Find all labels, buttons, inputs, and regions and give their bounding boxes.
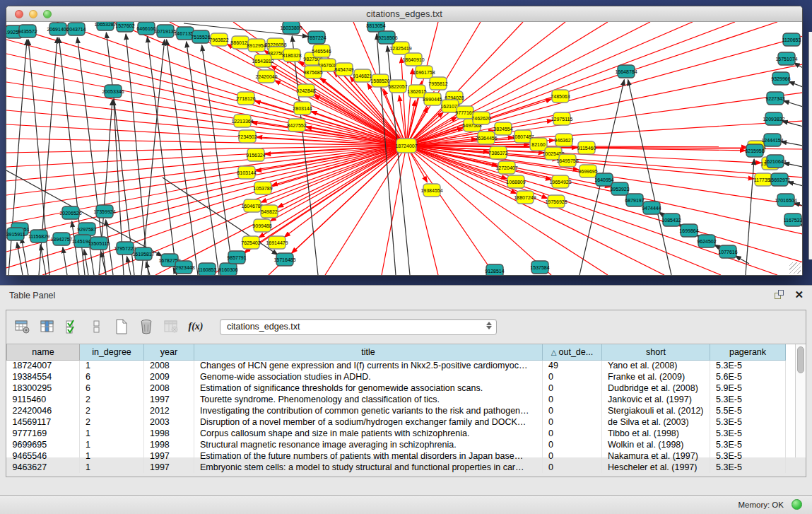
resize-grip-icon[interactable]	[789, 262, 801, 274]
graph-node[interactable]: 17016504	[775, 194, 796, 206]
select-columns-button[interactable]	[38, 317, 57, 336]
graph-node[interactable]: 16961758	[413, 66, 435, 78]
delete-table-button[interactable]	[137, 317, 155, 336]
graph-node[interactable]: 9146821	[353, 69, 372, 82]
graph-node[interactable]: 1077616	[718, 245, 737, 258]
graph-node[interactable]: 20053346	[102, 85, 124, 98]
graph-node[interactable]: 16495758	[556, 154, 578, 167]
graph-node[interactable]: 16210643	[764, 155, 786, 168]
graph-node[interactable]: 8427552	[287, 119, 306, 132]
graph-node[interactable]: 20691406	[47, 23, 69, 35]
graph-node[interactable]: 16046786	[241, 199, 263, 212]
column-header-name[interactable]: name	[7, 344, 80, 360]
graph-node[interactable]: 3824554	[493, 122, 512, 135]
graph-node[interactable]: 8990445	[423, 93, 442, 105]
graph-node[interactable]: 9128514	[485, 264, 504, 275]
column-header-year[interactable]: year	[144, 344, 194, 360]
graph-node[interactable]: 82160	[530, 138, 547, 151]
graph-node[interactable]: 8103144	[237, 166, 256, 179]
graph-node[interactable]: 9699695	[578, 165, 597, 177]
graph-node[interactable]: 19756928	[545, 195, 567, 208]
graph-node[interactable]: 9435572	[18, 25, 37, 37]
graph-node[interactable]: 18640910	[402, 53, 424, 66]
graph-node[interactable]: 1053789	[253, 182, 272, 194]
graph-node[interactable]: 9156324	[246, 148, 265, 161]
table-row[interactable]: 1830029562008Estimation of significance …	[7, 382, 786, 394]
table-row[interactable]: 911546021997Tourette syndrome. Phenomeno…	[7, 394, 786, 405]
graph-node[interactable]: 9115460	[577, 141, 596, 154]
window-titlebar[interactable]: citations_edges.txt	[6, 6, 802, 22]
graph-node[interactable]: 16914479	[266, 236, 288, 249]
table-row[interactable]: 977716911998Corpus callosum shape and si…	[7, 428, 786, 439]
graph-node[interactable]: 1167533	[784, 214, 802, 226]
graph-node[interactable]: 12975115	[551, 112, 573, 125]
graph-node[interactable]: 1160853	[198, 263, 217, 275]
graph-node[interactable]: 9875685	[303, 66, 322, 78]
graph-node[interactable]: 1588520	[370, 74, 389, 87]
graph-node[interactable]: 5465546	[312, 45, 331, 57]
graph-node[interactable]: 2718126	[236, 92, 255, 105]
graph-node[interactable]: 22420046	[255, 70, 277, 83]
table-settings-button[interactable]	[13, 317, 32, 336]
column-header-title[interactable]: title	[194, 344, 543, 360]
graph-node[interactable]: 7515526	[191, 30, 210, 43]
graph-node[interactable]: 549822	[261, 205, 278, 218]
graph-node[interactable]: 8454749	[334, 63, 353, 76]
table-scrollbar[interactable]	[795, 344, 806, 457]
column-header-pagerank[interactable]: pagerank	[710, 344, 786, 360]
graph-node[interactable]: 16195817	[132, 247, 154, 260]
graph-node[interactable]: 19218506	[375, 31, 397, 44]
graph-node[interactable]: 9297587	[77, 223, 96, 235]
graph-node[interactable]: 12444154	[761, 134, 783, 146]
graph-node[interactable]: 7955812	[428, 77, 447, 90]
table-row[interactable]: 1938455462009Genome-wide association stu…	[7, 371, 786, 382]
graph-node[interactable]: 16033809	[280, 22, 302, 34]
graph-node[interactable]: 7234502	[237, 130, 257, 143]
graph-node[interactable]: 12923448	[172, 261, 194, 274]
graph-node[interactable]: 12213364	[231, 115, 253, 127]
float-panel-icon[interactable]	[775, 290, 784, 300]
table-row[interactable]: 946554611997Estimation of the future num…	[7, 450, 786, 462]
graph-node[interactable]: 7963822	[209, 33, 228, 46]
column-header-in_degree[interactable]: in_degree	[80, 344, 144, 360]
graph-node[interactable]: 9624502	[697, 235, 716, 247]
graph-node[interactable]: 1537584	[530, 261, 549, 274]
graph-node[interactable]: 9160306	[218, 263, 237, 275]
graph-node[interactable]: 8813054	[366, 22, 385, 32]
graph-node[interactable]: 10719135	[154, 25, 176, 37]
graph-node[interactable]: 15716485	[273, 253, 295, 266]
graph-node[interactable]: 9463627	[554, 134, 573, 146]
graph-node[interactable]: 6822057	[388, 80, 407, 93]
graph-node[interactable]: 8953923	[610, 182, 629, 195]
graph-node[interactable]: 1699864	[679, 224, 698, 237]
function-builder-button[interactable]: f(x)	[187, 317, 205, 336]
clear-selection-button[interactable]	[88, 317, 106, 336]
graph-node[interactable]: 26364456	[475, 132, 497, 144]
graph-node[interactable]: 9474444	[642, 201, 661, 214]
network-canvas[interactable]: 7963822 8860128 8912954 23226058 9827505…	[6, 22, 802, 275]
graph-node[interactable]: 8215958	[745, 144, 764, 157]
graph-node[interactable]: 9227343	[765, 92, 784, 105]
graph-node[interactable]: 17359924	[93, 205, 115, 218]
graph-node[interactable]: 10653287	[94, 22, 116, 30]
graph-node[interactable]: 7386372	[488, 146, 507, 159]
graph-node[interactable]: 18807249	[514, 191, 536, 204]
graph-node[interactable]: 8186328	[282, 49, 301, 62]
new-table-button[interactable]	[112, 317, 131, 336]
graph-node[interactable]: 6466160	[136, 22, 155, 35]
graph-node[interactable]: 15751074	[775, 52, 797, 65]
table-selector-dropdown[interactable]: citations_edges.txt	[220, 319, 497, 335]
scrollbar-thumb[interactable]	[797, 346, 804, 373]
graph-node[interactable]: 9329966	[771, 72, 790, 85]
graph-node[interactable]: 7857224	[307, 31, 326, 44]
column-header-out_de[interactable]: △out_de...	[543, 344, 602, 360]
graph-node[interactable]: 1120653	[782, 33, 801, 46]
graph-node[interactable]: 13505115	[88, 237, 110, 250]
graph-node[interactable]: 18724007	[395, 139, 417, 153]
graph-node[interactable]: 1640954	[594, 173, 613, 186]
graph-node[interactable]: 1068809	[506, 175, 525, 188]
table-row[interactable]: 946362711997Embryonic stem cells: a mode…	[7, 462, 786, 473]
graph-node[interactable]: 2803144	[293, 102, 312, 115]
graph-node[interactable]: 2043714	[66, 23, 86, 35]
graph-node[interactable]: 13942757	[50, 233, 72, 245]
